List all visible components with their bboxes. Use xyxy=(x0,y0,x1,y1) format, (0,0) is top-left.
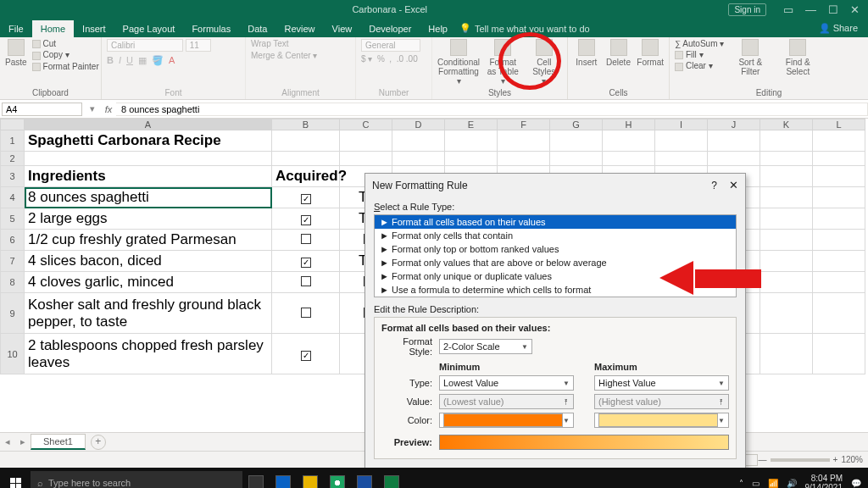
tray-volume-icon[interactable]: 🔊 xyxy=(787,479,797,488)
max-value-input[interactable]: (Highest value)⭱ xyxy=(594,394,729,409)
max-type-dropdown[interactable]: Highest Value▼ xyxy=(594,375,729,391)
taskbar-app-1[interactable] xyxy=(270,470,296,488)
paste-button[interactable]: Paste xyxy=(5,39,27,67)
cell-B10[interactable]: ✓ xyxy=(272,334,340,374)
cell-styles-button[interactable]: Cell Styles ▾ xyxy=(526,39,563,86)
rule-type-item-1[interactable]: ► Format only cells that contain xyxy=(375,229,736,242)
cell-B6[interactable] xyxy=(272,230,340,251)
cell-K10[interactable] xyxy=(760,334,813,374)
minimize-icon[interactable]: — xyxy=(805,3,816,16)
rule-type-item-5[interactable]: ► Use a formula to determine which cells… xyxy=(375,283,736,297)
zoom-slider[interactable] xyxy=(771,458,830,462)
checkbox-row6[interactable] xyxy=(301,234,311,244)
cell-K2[interactable] xyxy=(760,152,813,166)
cell-K6[interactable] xyxy=(760,230,813,251)
col-header-D[interactable]: D xyxy=(392,119,445,130)
min-color-dropdown[interactable]: ▼ xyxy=(439,413,574,428)
row-header-10[interactable]: 10 xyxy=(1,334,25,374)
dialog-help-icon[interactable]: ? xyxy=(711,180,717,191)
taskbar-chrome-icon[interactable] xyxy=(325,470,350,488)
col-header-F[interactable]: F xyxy=(498,119,550,130)
cell-A9[interactable]: Kosher salt and freshly ground black pep… xyxy=(25,293,272,334)
cell-L6[interactable] xyxy=(813,230,865,251)
conditional-formatting-button[interactable]: Conditional Formatting ▾ xyxy=(437,39,480,86)
cell-B8[interactable] xyxy=(272,272,340,293)
cell-H1[interactable] xyxy=(603,130,655,152)
format-cells-button[interactable]: Format xyxy=(637,39,664,67)
format-as-table-button[interactable]: Format as Table ▾ xyxy=(485,39,521,86)
close-icon[interactable]: ✕ xyxy=(850,3,860,16)
col-header-E[interactable]: E xyxy=(445,119,498,130)
insert-cells-button[interactable]: Insert xyxy=(573,39,600,67)
sort-filter-button[interactable]: Sort & Filter xyxy=(729,39,771,76)
cell-C2[interactable] xyxy=(340,152,392,166)
col-header-B[interactable]: B xyxy=(272,119,340,130)
cell-B1[interactable] xyxy=(272,130,340,152)
cell-L3[interactable] xyxy=(813,166,865,187)
row-header-8[interactable]: 8 xyxy=(1,272,25,293)
checkbox-row4[interactable]: ✓ xyxy=(301,194,311,204)
autosum-button[interactable]: ∑ AutoSum ▾ xyxy=(675,39,724,48)
col-header-H[interactable]: H xyxy=(603,119,655,130)
col-header-I[interactable]: I xyxy=(655,119,708,130)
col-header-J[interactable]: J xyxy=(708,119,760,130)
tab-page-layout[interactable]: Page Layout xyxy=(114,20,184,37)
tray-up-icon[interactable]: ˄ xyxy=(739,479,743,488)
sheet-tab-sheet1[interactable]: Sheet1 xyxy=(31,434,86,450)
clear-button[interactable]: Clear ▾ xyxy=(675,61,724,70)
cell-A5[interactable]: 2 large eggs xyxy=(25,208,272,230)
cell-E2[interactable] xyxy=(445,152,498,166)
row-header-1[interactable]: 1 xyxy=(1,130,25,152)
sheet-nav-next-icon[interactable]: ▸ xyxy=(15,436,31,447)
cell-G1[interactable] xyxy=(550,130,603,152)
cell-I2[interactable] xyxy=(655,152,708,166)
cell-D1[interactable] xyxy=(392,130,445,152)
zoom-in-icon[interactable]: + xyxy=(833,455,838,464)
name-box-drop-icon[interactable]: ▾ xyxy=(84,103,101,114)
cell-B2[interactable] xyxy=(272,152,340,166)
cell-L8[interactable] xyxy=(813,272,865,293)
font-color-button[interactable]: A xyxy=(169,55,175,66)
font-size[interactable]: 11 xyxy=(186,39,211,52)
cell-A1[interactable]: Spaghetti Carbonara Recipe xyxy=(25,130,272,152)
cell-K8[interactable] xyxy=(760,272,813,293)
row-header-3[interactable]: 3 xyxy=(1,166,25,187)
cut-button[interactable]: Cut xyxy=(32,39,99,48)
new-sheet-button[interactable]: + xyxy=(91,435,106,450)
rule-type-item-3[interactable]: ► Format only values that are above or b… xyxy=(375,256,736,269)
tab-developer[interactable]: Developer xyxy=(360,20,420,37)
tab-review[interactable]: Review xyxy=(275,20,323,37)
col-header-K[interactable]: K xyxy=(760,119,813,130)
cell-A2[interactable] xyxy=(25,152,272,166)
share-button[interactable]: 👤 Share xyxy=(809,19,868,37)
sheet-nav-prev-icon[interactable]: ◂ xyxy=(0,436,15,447)
cell-A3[interactable]: Ingredients xyxy=(25,166,272,187)
checkbox-row7[interactable]: ✓ xyxy=(301,258,311,268)
row-header-4[interactable]: 4 xyxy=(1,187,25,208)
cell-E1[interactable] xyxy=(445,130,498,152)
row-header-7[interactable]: 7 xyxy=(1,251,25,272)
merge-center-button[interactable]: Merge & Center ▾ xyxy=(251,51,317,60)
bold-button[interactable]: B xyxy=(107,55,114,66)
cell-G2[interactable] xyxy=(550,152,603,166)
tell-me[interactable]: 💡Tell me what you want to do xyxy=(456,23,593,37)
min-type-dropdown[interactable]: Lowest Value▼ xyxy=(439,375,574,391)
max-color-dropdown[interactable]: ▼ xyxy=(594,413,729,428)
cell-L1[interactable] xyxy=(813,130,865,152)
cell-K9[interactable] xyxy=(760,293,813,334)
row-header-6[interactable]: 6 xyxy=(1,230,25,251)
taskbar-search[interactable]: ⌕ Type here to search xyxy=(31,471,242,488)
cell-L2[interactable] xyxy=(813,152,865,166)
tab-data[interactable]: Data xyxy=(239,20,275,37)
row-header-5[interactable]: 5 xyxy=(1,208,25,230)
cell-L10[interactable] xyxy=(813,334,865,374)
cell-D2[interactable] xyxy=(392,152,445,166)
rule-type-item-4[interactable]: ► Format only unique or duplicate values xyxy=(375,269,736,283)
tab-file[interactable]: File xyxy=(0,20,32,37)
cell-A6[interactable]: 1/2 cup freshly grated Parmesan xyxy=(25,230,272,251)
task-view-icon[interactable] xyxy=(243,470,269,488)
min-value-input[interactable]: (Lowest value)⭱ xyxy=(439,394,574,409)
cell-K4[interactable] xyxy=(760,187,813,208)
cell-H2[interactable] xyxy=(603,152,655,166)
taskbar-excel-icon[interactable] xyxy=(379,470,404,488)
